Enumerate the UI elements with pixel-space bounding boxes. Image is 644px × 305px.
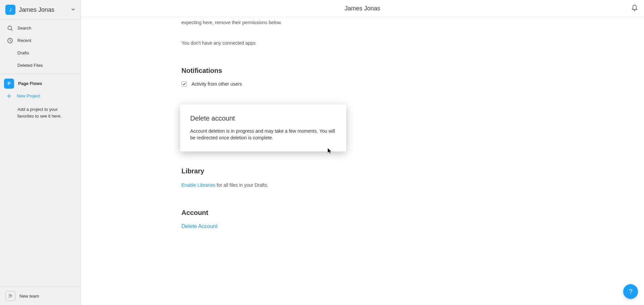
library-text: for all files in your Drafts. — [215, 182, 268, 188]
delete-account-link[interactable]: Delete Account — [181, 223, 218, 229]
section-title: Library — [181, 167, 543, 175]
user-name: James Jonas — [19, 6, 68, 13]
section-library: Library Enable Libraries for all files i… — [181, 167, 543, 189]
sidebar-item-label: Search — [17, 26, 31, 31]
plus-icon — [5, 92, 13, 100]
sidebar-item-label: Drafts — [17, 50, 29, 55]
page-title: James Jonas — [344, 5, 380, 12]
clock-icon — [7, 38, 13, 44]
favorites-hint-line: Add a project to your — [17, 106, 63, 113]
sidebar-item-label: Recent — [17, 38, 31, 43]
connected-apps-empty: You don't have any connected apps — [181, 40, 543, 47]
help-button[interactable]: ? — [623, 284, 638, 299]
sidebar: J James Jonas Search Recent — [0, 0, 81, 305]
svg-point-4 — [11, 295, 12, 296]
checkbox-label: Activity from other users — [192, 81, 242, 87]
team-row[interactable]: P Page Flows — [0, 77, 80, 90]
section-notifications: Notifications Activity from other users — [181, 67, 543, 87]
sidebar-item-deleted[interactable]: Deleted Files — [0, 59, 80, 72]
sidebar-item-recent[interactable]: Recent — [0, 34, 80, 47]
notifications-button[interactable] — [631, 4, 639, 12]
svg-point-3 — [9, 294, 11, 296]
favorites-hint-line: favorites to see it here. — [17, 113, 63, 120]
team-avatar: P — [4, 79, 14, 89]
sidebar-item-drafts[interactable]: Drafts — [0, 47, 80, 59]
new-project-label: New Project — [17, 93, 40, 98]
modal-body: Account deletion is in progress and may … — [190, 128, 336, 141]
search-icon — [7, 25, 13, 31]
chevron-down-icon — [71, 7, 75, 13]
svg-line-1 — [11, 29, 12, 31]
avatar: J — [5, 5, 15, 15]
bell-icon — [631, 4, 638, 13]
settings-content: expecting here, remove their permissions… — [81, 17, 644, 305]
activity-checkbox[interactable] — [181, 81, 187, 87]
new-team-icon — [5, 291, 15, 301]
check-icon — [182, 82, 186, 86]
section-title: Notifications — [181, 67, 543, 75]
section-account: Account Delete Account — [181, 209, 543, 229]
header: James Jonas — [81, 0, 644, 17]
team-name: Page Flows — [18, 81, 42, 86]
enable-libraries-link[interactable]: Enable Libraries — [181, 182, 215, 188]
sidebar-teams: P Page Flows New Project Add a project t… — [0, 74, 80, 125]
modal-title: Delete account — [190, 115, 336, 122]
main: James Jonas expecting here, remove their… — [81, 0, 644, 305]
favorites-hint: Add a project to your favorites to see i… — [0, 102, 80, 123]
account-switcher[interactable]: J James Jonas — [4, 3, 76, 16]
sidebar-nav: Search Recent Drafts Deleted Files — [0, 20, 80, 74]
sidebar-item-search[interactable]: Search — [0, 22, 80, 34]
new-team-label: New team — [19, 294, 39, 299]
help-icon: ? — [629, 288, 632, 296]
new-project-button[interactable]: New Project — [0, 90, 80, 102]
section-title: Account — [181, 209, 543, 217]
svg-point-0 — [8, 26, 12, 30]
new-team-button[interactable]: New team — [4, 290, 76, 302]
connected-apps-partial: expecting here, remove their permissions… — [181, 17, 543, 26]
sidebar-item-label: Deleted Files — [17, 63, 43, 68]
delete-account-modal: Delete account Account deletion is in pr… — [180, 104, 346, 151]
